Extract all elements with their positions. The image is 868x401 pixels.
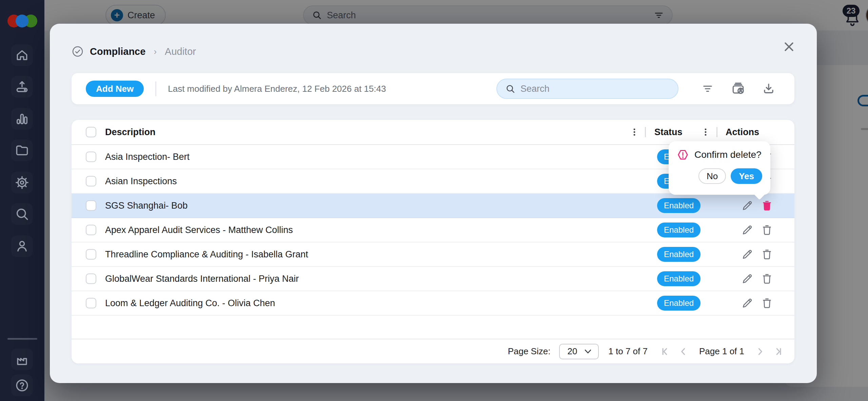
sidebar-divider (7, 338, 37, 340)
help-icon (15, 378, 29, 393)
first-page-icon (660, 346, 672, 357)
row-checkbox[interactable] (86, 298, 96, 309)
table-search-bar[interactable] (496, 79, 678, 99)
trash-icon (761, 273, 773, 285)
confirm-no-button[interactable]: No (698, 168, 726, 184)
app-logo[interactable] (0, 0, 44, 40)
table-empty-space (72, 316, 794, 339)
pagination-bar: Page Size: 20 1 to 7 of 7 Page 1 of 1 (72, 339, 794, 363)
table-row[interactable]: Loom & Ledger Auditing Co. - Olivia Chen… (72, 291, 794, 316)
edit-button[interactable] (741, 272, 754, 286)
sidebar-item-search[interactable] (11, 203, 33, 225)
trash-icon (761, 248, 773, 260)
filter-button[interactable] (700, 81, 715, 96)
row-checkbox[interactable] (86, 274, 96, 284)
page-size-value: 20 (567, 346, 577, 357)
delete-button[interactable] (760, 199, 774, 212)
pencil-icon (741, 297, 753, 309)
row-description: Loom & Ledger Auditing Co. - Olivia Chen (105, 298, 275, 309)
pencil-icon (741, 273, 753, 285)
edit-button[interactable] (741, 296, 754, 310)
status-badge: Enabled (657, 271, 701, 286)
table-row[interactable]: SGS Shanghai- Bob Enabled (72, 194, 794, 218)
bar-chart-icon (15, 111, 29, 126)
breadcrumb-root[interactable]: Compliance (90, 46, 145, 57)
last-page-button[interactable] (770, 344, 784, 359)
row-description: Asian Inspections (105, 176, 177, 187)
previous-page-button[interactable] (676, 344, 690, 359)
delete-button[interactable] (760, 223, 774, 237)
edit-button[interactable] (741, 248, 754, 261)
edit-button[interactable] (741, 223, 754, 237)
breadcrumb-current: Auditor (165, 46, 196, 57)
edit-button[interactable] (741, 199, 754, 212)
delete-button[interactable] (760, 272, 774, 286)
confirm-delete-popover: Confirm delete? No Yes (669, 141, 770, 195)
first-page-button[interactable] (659, 344, 673, 359)
sidebar-item-factory[interactable] (11, 349, 33, 370)
add-new-button[interactable]: Add New (86, 81, 144, 97)
sidebar-item-folders[interactable] (11, 140, 33, 161)
row-checkbox[interactable] (86, 200, 96, 211)
sidebar-item-analytics[interactable] (11, 108, 33, 130)
status-badge: Enabled (657, 247, 701, 262)
factory-icon (15, 352, 29, 367)
sidebar-item-upload[interactable] (11, 76, 33, 98)
last-modified-text: Last modified by Almera Enderez, 12 Feb … (168, 84, 386, 94)
row-description: Asia Inspection- Bert (105, 152, 190, 162)
logo-blue-circle (16, 15, 28, 27)
kebab-icon (630, 126, 639, 138)
column-header-status[interactable]: Status (654, 127, 683, 138)
close-icon (782, 40, 796, 54)
sidebar-item-settings[interactable] (11, 172, 33, 193)
column-divider (716, 127, 717, 137)
status-badge: Enabled (657, 296, 701, 311)
status-badge: Enabled (657, 223, 701, 237)
status-column-menu-button[interactable] (700, 125, 711, 139)
sidebar-item-home[interactable] (11, 44, 33, 66)
chevron-right-icon (754, 346, 766, 357)
sidebar-item-profile[interactable] (11, 235, 33, 257)
download-icon (762, 82, 775, 95)
table-row[interactable]: GlobalWear Standards International - Pri… (72, 267, 794, 291)
delete-button[interactable] (760, 248, 774, 261)
modal-toolbar: Add New Last modified by Almera Enderez,… (72, 73, 794, 104)
folder-icon (15, 143, 29, 158)
row-checkbox[interactable] (86, 249, 96, 260)
confirm-delete-message: Confirm delete? (694, 149, 762, 160)
pencil-icon (741, 248, 753, 260)
audit-archive-button[interactable] (731, 81, 746, 96)
close-modal-button[interactable] (781, 39, 797, 55)
breadcrumb-chevron: › (154, 46, 157, 57)
toolbar-divider (155, 81, 156, 96)
trash-icon (761, 297, 773, 309)
download-button[interactable] (761, 81, 776, 96)
confirm-yes-button[interactable]: Yes (731, 168, 762, 184)
breadcrumb: Compliance › Auditor (72, 44, 196, 59)
row-description: Threadline Compliance & Auditing - Isabe… (105, 249, 308, 260)
trash-icon (761, 199, 773, 212)
column-header-actions: Actions (726, 127, 759, 138)
last-page-icon (771, 346, 783, 357)
row-checkbox[interactable] (86, 176, 96, 187)
pagination-page-text: Page 1 of 1 (699, 346, 744, 357)
person-icon (15, 239, 29, 254)
next-page-button[interactable] (753, 344, 767, 359)
column-header-description[interactable]: Description (105, 127, 156, 138)
filter-lines-icon (702, 83, 714, 95)
delete-button[interactable] (760, 296, 774, 310)
sidebar-item-help[interactable] (11, 375, 33, 396)
table-row[interactable]: Threadline Compliance & Auditing - Isabe… (72, 242, 794, 267)
gear-icon (15, 175, 29, 190)
table-row[interactable]: Apex Apparel Audit Services - Matthew Co… (72, 218, 794, 242)
description-column-menu-button[interactable] (629, 125, 640, 139)
screen: + Create 23 (0, 0, 868, 401)
select-all-checkbox[interactable] (86, 127, 96, 138)
row-checkbox[interactable] (86, 152, 96, 162)
row-checkbox[interactable] (86, 225, 96, 235)
pagination-range-text: 1 to 7 of 7 (608, 346, 648, 357)
table-search-input[interactable] (520, 84, 670, 94)
pencil-icon (741, 224, 753, 236)
page-size-select[interactable]: 20 (559, 344, 599, 359)
chevron-left-icon (677, 346, 689, 357)
